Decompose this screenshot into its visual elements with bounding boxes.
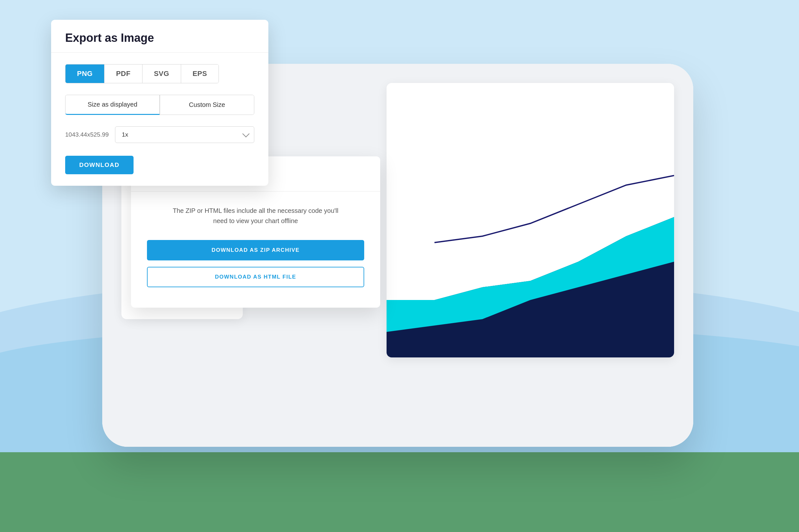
modal-image-title: Export as Image [65,31,254,45]
format-tab-eps[interactable]: EPS [181,64,219,83]
format-tab-svg[interactable]: SVG [143,64,181,83]
scale-select[interactable]: 1x [115,126,254,143]
wave-3 [0,452,799,532]
chevron-down-icon [242,130,250,137]
download-button[interactable]: DOWNLOAD [65,156,133,174]
modal-image-body: PNG PDF SVG EPS Size as displayed Custom… [51,53,268,186]
chart-panel [386,83,674,357]
format-tab-png[interactable]: PNG [66,64,105,83]
export-image-modal: Export as Image PNG PDF SVG EPS Size as … [51,20,268,186]
scale-value: 1x [122,131,128,138]
download-html-button[interactable]: DOWNLOAD AS HTML FILE [147,267,364,287]
size-tab-custom[interactable]: Custom Size [160,95,254,115]
html-modal-description: The ZIP or HTML files include all the ne… [172,206,339,226]
html-modal-body: The ZIP or HTML files include all the ne… [131,191,380,308]
chart-svg [386,83,674,357]
format-tabs: PNG PDF SVG EPS [65,64,219,83]
modal-image-header: Export as Image [51,20,268,53]
download-zip-button[interactable]: DOWNLOAD AS ZIP ARCHIVE [147,240,364,261]
format-tab-pdf[interactable]: PDF [105,64,143,83]
dimensions-row: 1043.44x525.99 1x [65,126,254,143]
size-tabs: Size as displayed Custom Size [65,95,254,115]
dimensions-value: 1043.44x525.99 [65,131,109,138]
size-tab-displayed[interactable]: Size as displayed [65,95,160,115]
